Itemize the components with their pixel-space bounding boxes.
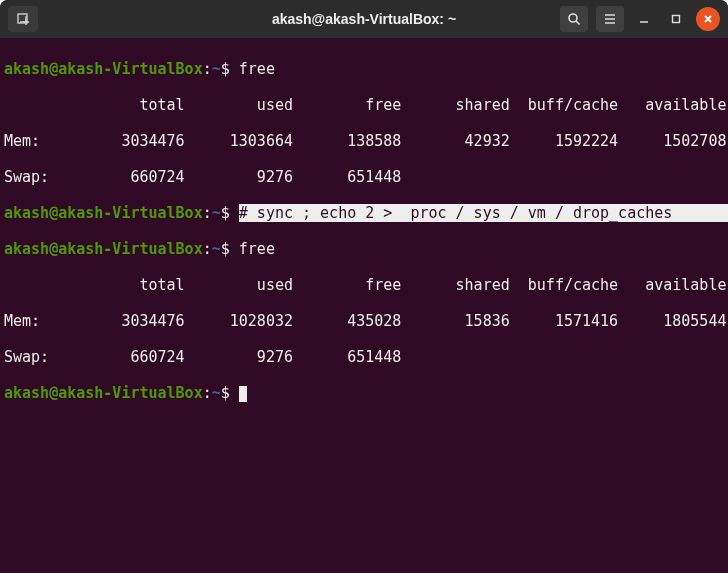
terminal-window: akash@akash-VirtualBox: ~ [0, 0, 728, 573]
titlebar-right [560, 6, 720, 32]
maximize-button[interactable] [664, 7, 688, 31]
prompt-line-3: akash@akash-VirtualBox:~$ free [4, 240, 724, 258]
free-header-1: total used free shared buff/cache availa… [4, 96, 724, 114]
cursor [239, 386, 247, 402]
minimize-button[interactable] [632, 7, 656, 31]
prompt-user: akash@akash-VirtualBox [4, 60, 203, 78]
new-tab-button[interactable] [8, 6, 38, 32]
free1-swap: Swap: 660724 9276 651448 [4, 168, 724, 186]
highlighted-command: # sync ; echo 2 > proc / sys / vm / drop… [239, 204, 672, 222]
prompt-line-4: akash@akash-VirtualBox:~$ [4, 384, 724, 402]
prompt-line-2: akash@akash-VirtualBox:~$ # sync ; echo … [4, 204, 724, 222]
prompt-path: ~ [212, 60, 221, 78]
command-text: free [239, 60, 275, 78]
svg-line-6 [576, 21, 580, 25]
close-button[interactable] [696, 7, 720, 31]
free-header-2: total used free shared buff/cache availa… [4, 276, 724, 294]
terminal-body[interactable]: akash@akash-VirtualBox:~$ free total use… [0, 38, 728, 442]
free2-swap: Swap: 660724 9276 651448 [4, 348, 724, 366]
free1-mem: Mem: 3034476 1303664 138588 42932 159222… [4, 132, 724, 150]
svg-rect-11 [673, 16, 680, 23]
svg-point-5 [569, 14, 577, 22]
search-button[interactable] [560, 6, 588, 32]
menu-button[interactable] [596, 6, 624, 32]
prompt-line-1: akash@akash-VirtualBox:~$ free [4, 60, 724, 78]
free2-mem: Mem: 3034476 1028032 435028 15836 157141… [4, 312, 724, 330]
command-text: free [239, 240, 275, 258]
titlebar: akash@akash-VirtualBox: ~ [0, 0, 728, 38]
prompt-symbol: $ [221, 60, 230, 78]
